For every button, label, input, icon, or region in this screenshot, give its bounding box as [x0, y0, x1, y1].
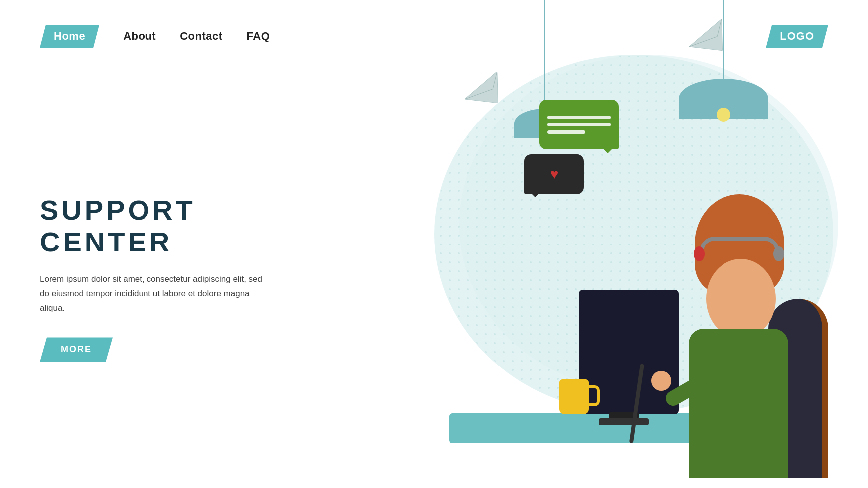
main-nav: Home About Contact FAQ [40, 25, 270, 48]
hero-section: SUPPORT CENTER Lorem ipsum dolor sit ame… [40, 194, 269, 362]
coffee-mug [559, 379, 589, 414]
logo-badge: LOGO [766, 25, 828, 48]
chat-bubble-dark: ♥ [524, 154, 584, 194]
nav-about[interactable]: About [123, 30, 156, 43]
hero-title: SUPPORT CENTER [40, 194, 269, 258]
monitor-base [599, 418, 649, 425]
nav-faq[interactable]: FAQ [247, 30, 270, 43]
headset-band [700, 237, 779, 251]
bubble-line-3 [547, 130, 585, 134]
nav-home[interactable]: Home [40, 25, 99, 48]
bubble-line-2 [547, 123, 611, 126]
chat-bubble-green [539, 100, 619, 149]
nav-contact[interactable]: Contact [180, 30, 222, 43]
hero-description: Lorem ipsum dolor sit amet, consectetur … [40, 272, 269, 316]
person-head [706, 259, 776, 339]
lamp-right [679, 0, 768, 119]
more-button[interactable]: MORE [40, 337, 113, 362]
hero-title-line2: CENTER [40, 226, 269, 258]
bubble-line-1 [547, 116, 611, 119]
headset-ear-left [694, 246, 705, 261]
person-hand [651, 371, 671, 391]
headset-ear-right [773, 246, 784, 261]
paper-plane-left [460, 71, 509, 117]
hero-title-line1: SUPPORT [40, 194, 269, 226]
heart-icon: ♥ [550, 166, 559, 182]
person-body [689, 329, 788, 478]
